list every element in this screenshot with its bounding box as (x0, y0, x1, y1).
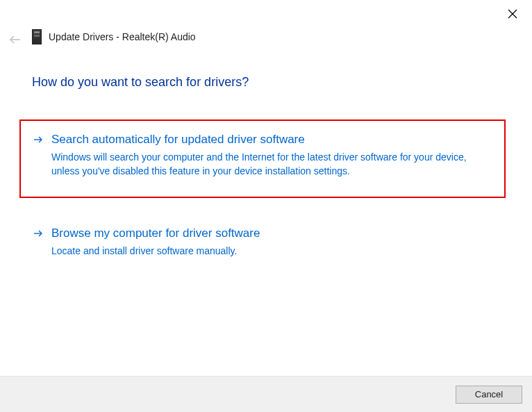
option-search-automatically[interactable]: Search automatically for updated driver … (19, 120, 506, 198)
window-title-row: Update Drivers - Realtek(R) Audio (32, 29, 196, 44)
option-description: Windows will search your computer and th… (51, 150, 492, 179)
arrow-right-icon (33, 135, 43, 144)
option-title: Browse my computer for driver software (51, 226, 492, 241)
arrow-right-icon (33, 229, 43, 238)
options-list: Search automatically for updated driver … (19, 120, 506, 288)
device-icon (32, 29, 42, 44)
back-button[interactable] (8, 33, 22, 47)
cancel-button[interactable]: Cancel (456, 386, 522, 404)
option-title: Search automatically for updated driver … (51, 132, 492, 147)
footer-bar: Cancel (0, 376, 532, 412)
window-title: Update Drivers - Realtek(R) Audio (49, 31, 196, 42)
option-browse-computer[interactable]: Browse my computer for driver software L… (19, 213, 506, 273)
close-button[interactable] (506, 8, 519, 22)
close-icon (508, 9, 517, 22)
page-heading: How do you want to search for drivers? (32, 75, 249, 90)
option-description: Locate and install driver software manua… (51, 244, 492, 258)
arrow-left-icon (9, 34, 22, 47)
